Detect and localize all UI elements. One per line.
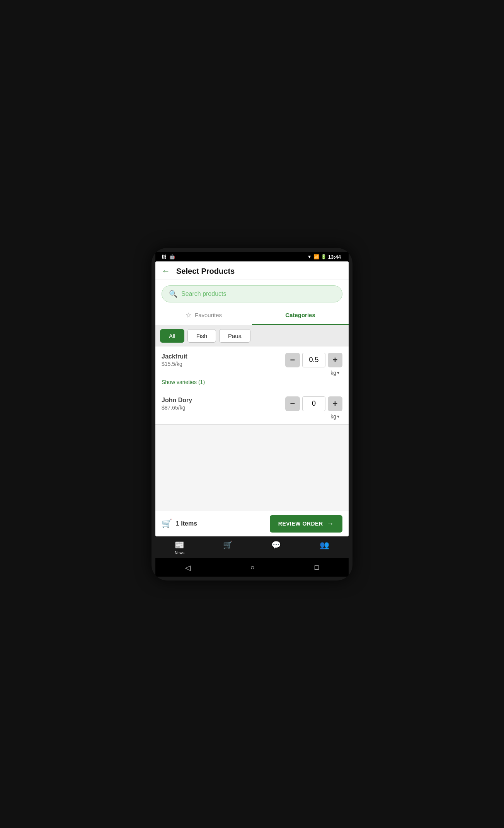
jackfruit-unit-selector[interactable]: kg ▾ [330,370,339,376]
product-item-john-dory: John Dory $87.65/kg − + kg ▾ [155,390,349,425]
cart-items-count: 1 Items [176,520,197,527]
news-icon: 📰 [175,540,184,550]
status-time: 13:44 [328,254,341,260]
product-row-jackfruit: Jackfruit $15.5/kg − + [162,353,342,367]
app-nav-bar: 📰 News 🛒 💬 👥 [155,536,349,558]
search-input[interactable] [181,290,335,297]
product-item-jackfruit: Jackfruit $15.5/kg − + kg ▾ Show vari [155,347,349,390]
review-order-arrow: → [327,520,334,528]
search-container: 🔍 [155,280,349,306]
review-order-label: REVIEW ORDER [278,521,323,527]
john-dory-increase-btn[interactable]: + [328,396,342,411]
app-screen: ← Select Products 🔍 ☆ Favourites Categor… [155,261,349,536]
jackfruit-increase-btn[interactable]: + [328,353,342,367]
john-dory-quantity-control: − + [285,396,342,411]
jackfruit-quantity-control: − + [285,353,342,367]
device-frame: 🖼 🤖 ▼ 📶 🔋 13:44 ← Select Products 🔍 ☆ [152,248,352,580]
wifi-icon: ▼ [307,254,312,259]
john-dory-unit-selector[interactable]: kg ▾ [330,413,339,420]
tab-categories-label: Categories [285,312,315,318]
category-fish[interactable]: Fish [187,329,216,343]
nav-cart-icon: 🛒 [223,540,233,550]
nav-item-team[interactable]: 👥 [320,540,329,555]
jackfruit-unit-row: kg ▾ [162,370,342,376]
jackfruit-show-varieties[interactable]: Show varieties (1) [162,379,342,385]
status-left-icons: 🖼 🤖 [162,254,175,259]
john-dory-unit-label: kg [330,413,336,420]
john-dory-dropdown-arrow: ▾ [337,414,339,419]
jackfruit-dropdown-arrow: ▾ [337,370,339,376]
android-icon: 🤖 [169,254,175,259]
back-button[interactable]: ← [162,267,170,275]
nav-item-cart[interactable]: 🛒 [223,540,233,555]
jackfruit-price: $15.5/kg [162,361,285,367]
nav-item-news[interactable]: 📰 News [175,540,184,555]
jackfruit-name: Jackfruit [162,353,285,360]
search-icon: 🔍 [169,290,177,298]
product-row-john-dory: John Dory $87.65/kg − + [162,396,342,411]
john-dory-name: John Dory [162,397,285,404]
product-list: Jackfruit $15.5/kg − + kg ▾ Show vari [155,347,349,511]
jackfruit-info: Jackfruit $15.5/kg [162,353,285,367]
android-recent-btn[interactable]: □ [308,562,325,573]
page-title: Select Products [176,267,235,276]
jackfruit-unit-label: kg [330,370,336,376]
categories-bar: All Fish Paua [155,325,349,347]
cart-icon: 🛒 [162,519,172,529]
tab-favourites-label: Favourites [195,312,222,318]
tab-categories[interactable]: Categories [252,306,349,325]
john-dory-quantity-input[interactable] [302,396,325,411]
nav-news-label: News [175,551,184,555]
jackfruit-decrease-btn[interactable]: − [285,353,300,367]
star-icon: ☆ [186,311,192,319]
tabs-container: ☆ Favourites Categories [155,306,349,325]
header: ← Select Products [155,261,349,280]
android-home-btn[interactable]: ○ [244,562,261,573]
john-dory-price: $87.65/kg [162,405,285,411]
status-right-icons: ▼ 📶 🔋 13:44 [307,254,341,260]
android-back-btn[interactable]: ◁ [179,562,197,574]
john-dory-info: John Dory $87.65/kg [162,397,285,411]
signal-icon: 📶 [313,254,319,259]
chat-icon: 💬 [271,540,281,550]
review-order-button[interactable]: REVIEW ORDER → [270,515,342,533]
category-paua[interactable]: Paua [219,329,250,343]
team-icon: 👥 [320,540,329,550]
category-all[interactable]: All [160,329,184,343]
search-bar: 🔍 [162,285,342,302]
tab-favourites[interactable]: ☆ Favourites [155,306,252,325]
cart-info: 🛒 1 Items [162,519,197,529]
john-dory-decrease-btn[interactable]: − [285,396,300,411]
battery-icon: 🔋 [321,254,327,259]
jackfruit-quantity-input[interactable] [302,353,325,367]
bottom-bar: 🛒 1 Items REVIEW ORDER → [155,511,349,536]
nav-item-chat[interactable]: 💬 [271,540,281,555]
status-bar: 🖼 🤖 ▼ 📶 🔋 13:44 [155,252,349,261]
image-icon: 🖼 [162,254,166,259]
john-dory-unit-row: kg ▾ [162,413,342,420]
android-nav: ◁ ○ □ [155,558,349,577]
